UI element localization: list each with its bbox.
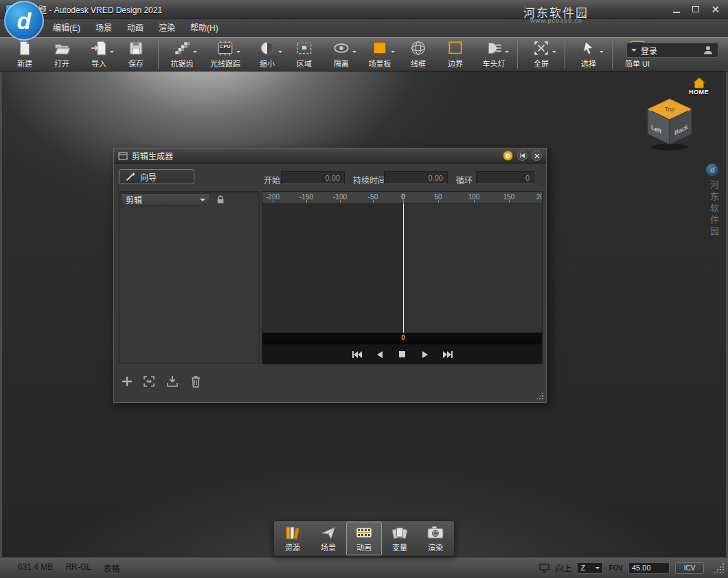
dialog-close-button[interactable]	[532, 151, 542, 161]
toolbar-button-import[interactable]: 导入	[82, 40, 115, 69]
tick-mark	[273, 200, 273, 203]
menu-edit[interactable]: 编辑(E)	[45, 19, 88, 37]
viewcube-top-face[interactable]: Top	[665, 106, 675, 113]
toolbar-label: 新建	[17, 58, 32, 69]
stop-button[interactable]	[396, 349, 409, 360]
skip-to-start-button[interactable]	[350, 349, 364, 360]
wireframe-icon	[409, 40, 427, 56]
add-clip-button[interactable]	[120, 374, 135, 389]
toolbar-button-shrink[interactable]: 缩小	[251, 40, 284, 69]
toolbar-label: 光线跟踪	[210, 58, 240, 69]
skip-to-end-button[interactable]	[441, 349, 455, 360]
toolbar-button-isolate[interactable]: 隔离	[325, 40, 358, 69]
play-button[interactable]	[418, 349, 432, 360]
fit-view-button[interactable]	[141, 374, 157, 389]
clip-timeline[interactable]: -200 -150 -100 -50 0 50 100 150 200	[262, 191, 543, 364]
toolbar-label: 抗锯齿	[171, 58, 194, 69]
toolbar-button-fullscreen[interactable]: 全屏	[523, 40, 559, 69]
timeline-ruler[interactable]: -200 -150 -100 -50 0 50 100 150 200	[262, 192, 542, 203]
dialog-undock-button[interactable]	[517, 151, 527, 161]
toolbar-button-region[interactable]: 区域	[288, 40, 321, 69]
region-icon	[295, 40, 313, 56]
toolbar-button-new[interactable]: 新建	[8, 40, 41, 69]
menu-help[interactable]: 帮助(H)	[183, 19, 226, 37]
toolbar-button-save[interactable]: 保存	[120, 40, 152, 69]
download-icon	[166, 375, 179, 388]
headlight-icon	[485, 40, 503, 56]
toolbar-button-open[interactable]: 打开	[45, 40, 78, 69]
toolbar-separator	[612, 41, 613, 69]
close-icon	[712, 5, 719, 13]
timeline-track-area[interactable]	[262, 203, 542, 333]
toolbar-button-boundary[interactable]: 边界	[439, 40, 472, 69]
dock-label: 动画	[356, 542, 372, 553]
timeline-cursor[interactable]	[403, 203, 404, 333]
icv-button[interactable]: ICV	[675, 562, 704, 574]
menu-animation[interactable]: 动画	[120, 19, 151, 37]
dock-item-variants[interactable]: 变量	[382, 522, 418, 555]
play-backward-button[interactable]	[373, 349, 387, 360]
menu-scene[interactable]: 场景	[88, 19, 120, 37]
chevron-down-icon	[352, 51, 356, 55]
timeline-cursor-value: 0	[401, 334, 405, 342]
import-clip-button[interactable]	[165, 374, 180, 389]
dock-item-animation[interactable]: 动画	[346, 522, 382, 555]
wizard-button[interactable]: 向导	[119, 169, 194, 184]
minimize-button[interactable]	[670, 4, 683, 15]
toolbar-button-antialias[interactable]: 抗锯齿	[164, 40, 200, 69]
start-input[interactable]	[281, 171, 345, 184]
watermark-side-name: 河东软件园	[707, 180, 720, 238]
up-axis-dropdown[interactable]: Z	[577, 562, 603, 574]
maximize-button[interactable]	[690, 4, 702, 15]
fullscreen-icon	[532, 40, 550, 56]
start-label: 开始	[264, 174, 280, 186]
login-dropdown[interactable]: 登录	[626, 43, 718, 58]
play-backward-icon	[376, 351, 384, 359]
toolbar-button-headlight[interactable]: 车头灯	[476, 40, 512, 69]
menu-render[interactable]: 渲染	[151, 19, 183, 37]
fov-input[interactable]	[628, 562, 670, 574]
duration-input[interactable]	[384, 171, 448, 184]
home-icon	[692, 77, 706, 89]
chevron-down-icon	[505, 51, 509, 55]
toolbar-label: 全屏	[534, 58, 549, 69]
toolbar-button-wireframe[interactable]: 线框	[402, 40, 435, 69]
dialog-titlebar[interactable]: 剪辑生成器 D	[114, 148, 546, 164]
clip-type-dropdown[interactable]: 剪辑	[121, 193, 210, 206]
play-icon	[421, 351, 429, 359]
wizard-label: 向导	[140, 171, 157, 183]
titlebar[interactable]: 无标题 - Autodesk VRED Design 2021	[0, 0, 728, 19]
dock-label: 变量	[392, 542, 407, 553]
viewcube[interactable]: HOME Top Left Back	[639, 77, 716, 154]
toolbar-label: 缩小	[260, 58, 275, 69]
toolbar-button-raytracing[interactable]: CPU 光线跟踪	[204, 40, 247, 69]
statusbar: 631.4 MB RR-GL 表格 向上 Z FOV ICV	[0, 557, 728, 578]
home-label: HOME	[689, 89, 709, 96]
dock-item-render[interactable]: 渲染	[418, 522, 453, 555]
viewcube-cube[interactable]: Top Left Back	[643, 96, 696, 151]
dialog-d-button[interactable]: D	[503, 151, 513, 161]
toolbar-button-select[interactable]: 选择	[571, 40, 606, 69]
timeline-cursor-bar[interactable]: 0	[262, 333, 542, 344]
antialias-icon	[173, 40, 191, 56]
toolbar-button-sceneplate[interactable]: 场景板	[362, 40, 398, 69]
duration-label: 持续时间	[353, 174, 386, 186]
viewcube-home-button[interactable]: HOME	[689, 77, 709, 96]
dialog-resize-grip[interactable]	[536, 392, 544, 400]
window-resize-grip[interactable]	[714, 563, 724, 573]
dock-item-scene[interactable]: 场景	[310, 522, 346, 555]
shrink-icon	[258, 40, 276, 56]
toolbar-label: 边界	[448, 58, 463, 69]
trash-icon	[190, 375, 201, 388]
delete-clip-button[interactable]	[188, 374, 203, 389]
clip-list-panel[interactable]: 剪辑	[119, 191, 260, 364]
clip-dropdown-label: 剪辑	[126, 194, 200, 205]
library-books-icon	[284, 524, 302, 542]
watermark-site-logo: d	[4, 1, 44, 41]
chevron-down-icon	[110, 51, 114, 55]
close-button[interactable]	[709, 4, 721, 15]
dock-item-assets[interactable]: 资源	[275, 522, 310, 555]
loop-input[interactable]	[476, 171, 534, 184]
lock-icon[interactable]	[216, 194, 225, 205]
up-axis-label: 向上	[555, 562, 571, 574]
